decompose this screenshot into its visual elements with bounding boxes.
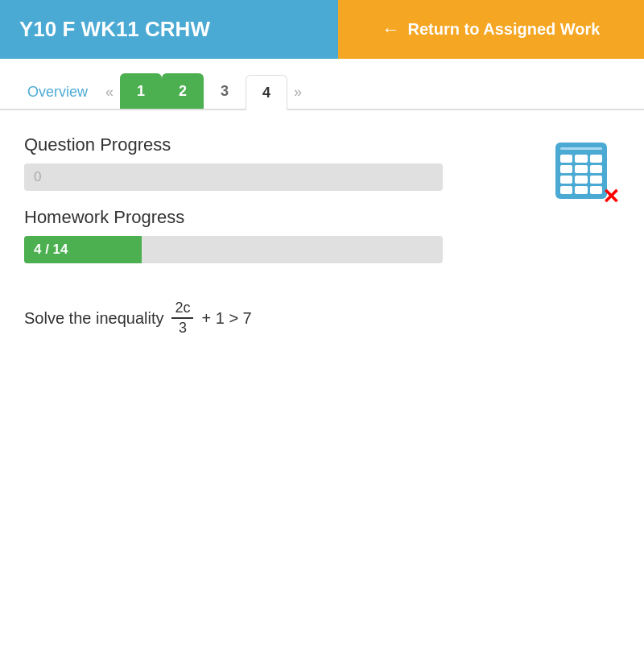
tab-next[interactable]: » bbox=[287, 76, 308, 109]
arrow-left-icon: ← bbox=[382, 19, 400, 40]
fraction-numerator: 2c bbox=[171, 299, 193, 319]
homework-progress-label: Homework Progress bbox=[24, 207, 443, 228]
calculator-buttons bbox=[560, 155, 602, 194]
fraction: 2c 3 bbox=[171, 299, 193, 338]
main-content: Question Progress 0 Homework Progress 4 … bbox=[0, 110, 644, 354]
calculator-body bbox=[555, 143, 607, 199]
header: Y10 F WK11 CRHW ← Return to Assigned Wor… bbox=[0, 0, 644, 59]
progress-left: Question Progress 0 Homework Progress 4 … bbox=[24, 134, 443, 279]
return-to-assigned-work-button[interactable]: ← Return to Assigned Work bbox=[338, 0, 644, 59]
fraction-denominator: 3 bbox=[175, 319, 190, 337]
no-calculator-x-icon: ✕ bbox=[602, 186, 620, 207]
return-label: Return to Assigned Work bbox=[408, 20, 601, 39]
tab-4[interactable]: 4 bbox=[246, 75, 287, 110]
tab-1[interactable]: 1 bbox=[120, 73, 162, 109]
progress-section: Question Progress 0 Homework Progress 4 … bbox=[24, 134, 620, 279]
nav-tabs: Overview « 1 2 3 4 » bbox=[0, 59, 644, 110]
equation-section: Solve the inequality 2c 3 + 1 > 7 bbox=[24, 299, 620, 338]
tab-prev[interactable]: « bbox=[99, 76, 120, 109]
calculator-no-allowed-icon: ✕ bbox=[555, 143, 620, 207]
tab-2[interactable]: 2 bbox=[162, 73, 204, 109]
equation-suffix: + 1 > 7 bbox=[201, 309, 251, 328]
equation-prefix: Solve the inequality bbox=[24, 309, 163, 328]
homework-progress-fill: 4 / 14 bbox=[24, 236, 142, 263]
page-title: Y10 F WK11 CRHW bbox=[0, 0, 338, 59]
question-progress-fill: 0 bbox=[24, 163, 443, 191]
calculator-screen bbox=[560, 147, 602, 150]
homework-progress-bar: 4 / 14 bbox=[24, 236, 443, 263]
tab-overview[interactable]: Overview bbox=[16, 76, 99, 109]
question-progress-bar: 0 bbox=[24, 163, 443, 191]
question-progress-label: Question Progress bbox=[24, 134, 443, 155]
title-text: Y10 F WK11 CRHW bbox=[19, 17, 210, 42]
tab-3[interactable]: 3 bbox=[204, 73, 246, 109]
